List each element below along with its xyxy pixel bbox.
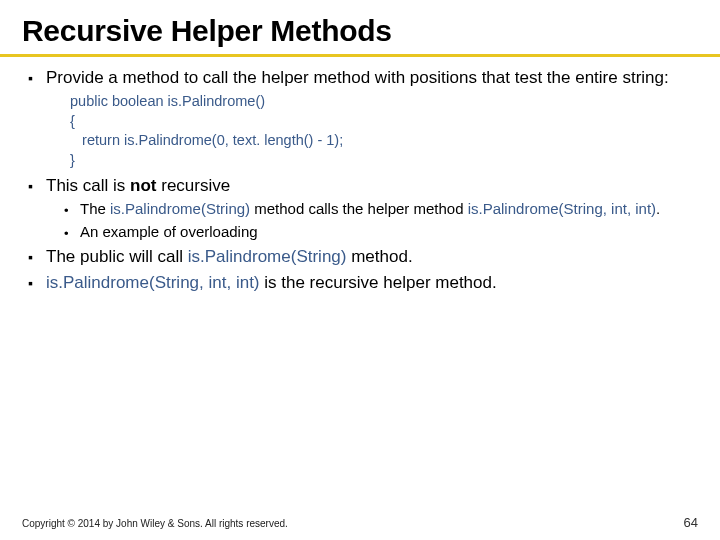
text-fragment: . [656, 200, 660, 217]
text-fragment: is the recursive helper method. [260, 273, 497, 292]
bullet-marker: • [64, 223, 80, 242]
text-fragment: method calls the helper method [250, 200, 468, 217]
text-fragment: method. [346, 247, 412, 266]
slide: Recursive Helper Methods ▪ Provide a met… [0, 0, 720, 540]
code-fragment: is.Palindrome(String) [110, 200, 250, 217]
bullet-marker: ▪ [28, 67, 46, 88]
bullet-text: The is.Palindrome(String) method calls t… [80, 200, 692, 219]
bullet-text: Provide a method to call the helper meth… [46, 67, 692, 88]
sub-bullet-2-1: • The is.Palindrome(String) method calls… [64, 200, 692, 219]
bullet-4: ▪ is.Palindrome(String, int, int) is the… [28, 272, 692, 293]
bullet-1: ▪ Provide a method to call the helper me… [28, 67, 692, 88]
text-fragment: The public will call [46, 247, 188, 266]
text-fragment: recursive [157, 176, 231, 195]
bullet-text: An example of overloading [80, 223, 692, 242]
bullet-marker: ▪ [28, 246, 46, 267]
text-fragment: This call is [46, 176, 130, 195]
bold-fragment: not [130, 176, 156, 195]
copyright-text: Copyright © 2014 by John Wiley & Sons. A… [22, 518, 288, 529]
sub-bullet-2-2: • An example of overloading [64, 223, 692, 242]
bullet-text: This call is not recursive [46, 175, 692, 196]
code-fragment: is.Palindrome(String) [188, 247, 347, 266]
slide-title: Recursive Helper Methods [0, 0, 720, 54]
bullet-marker: ▪ [28, 175, 46, 196]
bullet-text: The public will call is.Palindrome(Strin… [46, 246, 692, 267]
code-fragment: is.Palindrome(String, int, int) [46, 273, 260, 292]
code-block: public boolean is.Palindrome() { return … [70, 92, 692, 170]
bullet-text: is.Palindrome(String, int, int) is the r… [46, 272, 692, 293]
bullet-marker: • [64, 200, 80, 219]
page-number: 64 [684, 515, 698, 530]
bullet-marker: ▪ [28, 272, 46, 293]
slide-body: ▪ Provide a method to call the helper me… [0, 67, 720, 293]
footer: Copyright © 2014 by John Wiley & Sons. A… [0, 515, 720, 530]
bullet-2: ▪ This call is not recursive [28, 175, 692, 196]
text-fragment: The [80, 200, 110, 217]
bullet-3: ▪ The public will call is.Palindrome(Str… [28, 246, 692, 267]
title-underline [0, 54, 720, 57]
code-fragment: is.Palindrome(String, int, int) [468, 200, 656, 217]
